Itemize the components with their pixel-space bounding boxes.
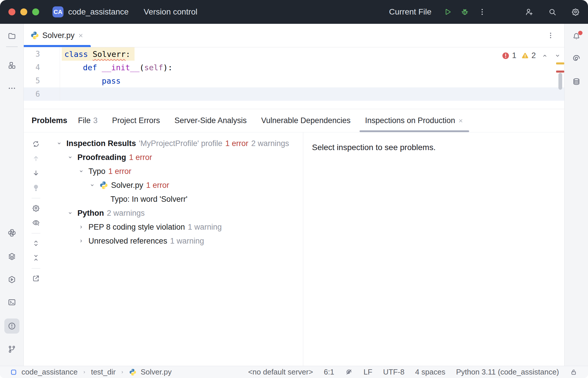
code-line-content: def __init__(self):	[60, 61, 564, 74]
vcs-selector[interactable]: Version control	[144, 7, 200, 17]
terminal-icon[interactable]	[4, 295, 19, 310]
editor-scrollbar[interactable]	[558, 73, 562, 90]
statusbar-widgets: <no default server>6:1LFUTF-84 spacesPyt…	[248, 368, 588, 377]
chevron-down-icon[interactable]	[56, 140, 62, 147]
status-widget[interactable]: Python 3.11 (code_assistance)	[456, 368, 559, 377]
project-selector[interactable]: code_assistance	[68, 7, 132, 17]
chevron-right-icon[interactable]	[78, 238, 84, 244]
tree-row[interactable]: Inspection Results'MyProjectProfile' pro…	[48, 136, 303, 150]
prev-problem-chevron-up-icon[interactable]	[541, 52, 549, 60]
error-badge-icon[interactable]	[502, 52, 510, 60]
packages-layers-icon[interactable]	[4, 249, 19, 264]
chevron-down-icon[interactable]	[89, 182, 95, 188]
database-icon[interactable]	[569, 74, 584, 89]
expand-all-icon[interactable]	[30, 237, 42, 249]
tree-row[interactable]: Typo: In word 'Solverr'	[48, 192, 303, 206]
tab-label: Inspections on Production	[365, 116, 455, 125]
bulb-icon[interactable]	[30, 182, 42, 193]
status-widget[interactable]: 6:1	[324, 368, 334, 377]
arrow-up-icon[interactable]	[30, 153, 42, 164]
run-config-selector[interactable]: Current File	[389, 7, 434, 17]
error-count[interactable]: 1	[512, 51, 516, 60]
chevron-down-icon[interactable]	[67, 154, 73, 161]
code-token: (	[139, 63, 144, 72]
problems-tab-server-side-analysis[interactable]: Server-Side Analysis	[167, 109, 254, 132]
code-token: ):	[163, 63, 173, 72]
breadcrumb-item[interactable]: test_dir	[91, 368, 116, 377]
breadcrumb-item[interactable]: Solver.py	[141, 368, 172, 377]
traffic-lights	[8, 8, 39, 15]
statusbar: code_assistancetest_dirSolver.py <no def…	[0, 366, 588, 378]
structure-icon[interactable]	[4, 58, 19, 73]
highlighting-off-icon[interactable]	[345, 368, 353, 376]
module-icon	[10, 368, 17, 376]
run-icon[interactable]	[442, 7, 452, 17]
problems-tab-file[interactable]: File3	[71, 109, 105, 132]
close-icon[interactable]	[78, 33, 84, 39]
code-token: :	[126, 50, 130, 59]
close-icon[interactable]	[458, 118, 464, 124]
tree-text-segment: PEP 8 coding style violation	[88, 223, 185, 232]
tree-text-segment: Proofreading	[77, 153, 126, 162]
notifications-bell-icon[interactable]	[569, 29, 584, 44]
collapse-all-icon[interactable]	[30, 252, 42, 264]
export-icon[interactable]	[30, 273, 42, 284]
problems-tab-vulnerable-dependencies[interactable]: Vulnerable Dependencies	[254, 109, 358, 132]
refresh-icon[interactable]	[30, 138, 42, 150]
status-widget[interactable]: <no default server>	[248, 368, 313, 377]
run-config-label: Current File	[389, 7, 431, 17]
git-branch-icon[interactable]	[4, 342, 19, 357]
warning-count[interactable]: 2	[531, 51, 536, 60]
arrow-down-icon[interactable]	[30, 167, 42, 179]
status-widget[interactable]: UTF-8	[383, 368, 404, 377]
problems-tab-inspections-on-production[interactable]: Inspections on Production	[358, 109, 471, 132]
code-editor[interactable]: 3class Solverr:4 def __init__(self):5 pa…	[24, 47, 564, 109]
active-tab-indicator	[24, 45, 91, 47]
chevron-right-icon[interactable]	[78, 224, 84, 230]
problems-icon[interactable]	[4, 318, 19, 334]
tree-row[interactable]: Typo1 error	[48, 164, 303, 178]
tree-row[interactable]: Proofreading1 error	[48, 150, 303, 164]
add-user-icon[interactable]	[524, 7, 534, 17]
code-token	[64, 76, 102, 85]
problems-title[interactable]: Problems	[32, 116, 67, 125]
chevron-down-icon[interactable]	[78, 168, 84, 174]
preview-eye-icon[interactable]	[30, 217, 42, 228]
ai-assistant-icon[interactable]	[569, 51, 584, 66]
tab-options-kebab-icon[interactable]	[546, 30, 556, 40]
problems-tab-project-errors[interactable]: Project Errors	[105, 109, 167, 132]
editor-line: 6	[24, 87, 564, 101]
tree-row[interactable]: Unresolved references1 warning	[48, 234, 303, 248]
chevron-down-icon[interactable]	[67, 210, 73, 216]
error-stripe-mark[interactable]	[556, 71, 564, 73]
zoom-window-button[interactable]	[32, 8, 39, 15]
gear-icon[interactable]	[30, 202, 42, 214]
chevron-right-icon	[120, 370, 125, 375]
python-packages-icon[interactable]	[4, 225, 19, 240]
services-icon[interactable]	[4, 272, 19, 287]
tree-row[interactable]: PEP 8 coding style violation1 warning	[48, 220, 303, 234]
more-tools-icon[interactable]	[4, 81, 19, 96]
line-number: 6	[24, 87, 60, 101]
minimize-window-button[interactable]	[20, 8, 27, 15]
tree-row[interactable]: Solver.py1 error	[48, 178, 303, 192]
tree-text-segment: 1 error	[108, 167, 132, 176]
settings-gear-icon[interactable]	[571, 7, 580, 17]
warning-stripe-mark[interactable]	[556, 62, 564, 64]
next-problem-chevron-down-icon[interactable]	[554, 52, 561, 60]
status-widget[interactable]: 4 spaces	[415, 368, 445, 377]
tree-row[interactable]: Python2 warnings	[48, 206, 303, 220]
breadcrumb-item[interactable]: code_assistance	[21, 368, 78, 377]
search-icon[interactable]	[547, 7, 557, 17]
close-window-button[interactable]	[8, 8, 15, 15]
code-line-content: pass	[60, 74, 564, 87]
inspection-detail-panel: Select inspection to see problems.	[303, 132, 564, 366]
tree-text-segment: Typo	[88, 167, 106, 176]
debug-icon[interactable]	[460, 7, 470, 17]
unlocked-icon[interactable]	[570, 368, 578, 376]
project-folder-icon[interactable]	[4, 28, 19, 44]
kebab-menu-icon[interactable]	[477, 7, 487, 17]
editor-tab-solver[interactable]: Solver.py	[24, 24, 91, 47]
warning-badge-icon[interactable]	[521, 52, 529, 60]
status-widget[interactable]: LF	[364, 368, 372, 377]
